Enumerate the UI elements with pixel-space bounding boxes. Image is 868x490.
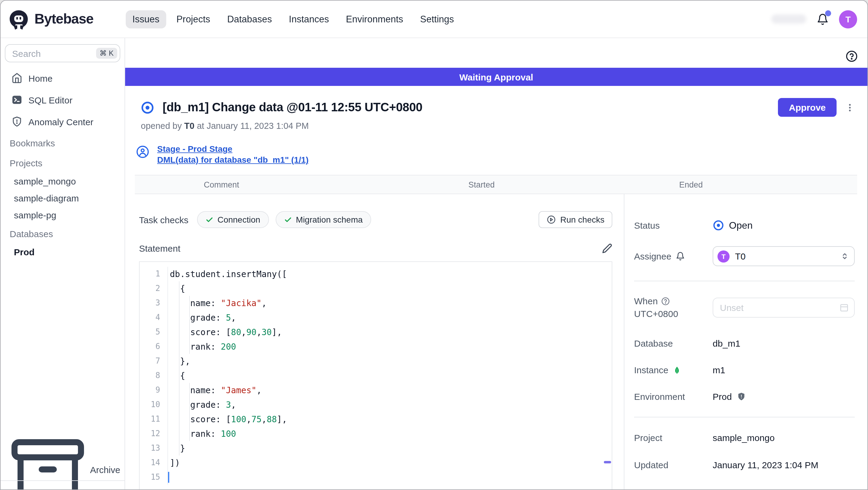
app-window: Bytebase Issues Projects Databases Insta… (0, 0, 868, 490)
code-text[interactable]: db.student.insertMany([ (167, 267, 612, 281)
sidebar-project-sample-mongo[interactable]: sample_mongo (5, 172, 120, 189)
statement-header: Statement (139, 243, 612, 254)
task-link[interactable]: DML(data) for database "db_m1" (1/1) (157, 155, 309, 165)
status-open-icon (713, 220, 724, 231)
database-label: Database (634, 338, 713, 348)
database-value[interactable]: db_m1 (713, 338, 740, 348)
task-detail-pane: Task checks Connection (125, 194, 624, 489)
approve-button[interactable]: Approve (778, 98, 837, 117)
updated-value: January 11, 2023 1:04 PM (713, 460, 818, 470)
opened-suffix: at January 11, 2023 1:04 PM (197, 121, 309, 131)
sidebar-item-sql-editor[interactable]: SQL Editor (5, 89, 120, 111)
user-avatar[interactable]: T (839, 10, 857, 28)
line-number: 12 (140, 427, 167, 441)
code-text[interactable]: { (167, 281, 612, 296)
shield-alert-icon (11, 116, 22, 127)
calendar-icon (840, 303, 849, 312)
code-line: 2 { (140, 281, 612, 296)
home-icon (11, 73, 22, 84)
statement-editor[interactable]: 1db.student.insertMany([2 {3 name: "Jaci… (139, 261, 612, 489)
code-line: 10 grade: 3, (140, 398, 612, 412)
chevron-updown-icon (840, 252, 849, 261)
sidebar-project-sample-pg[interactable]: sample-pg (5, 206, 120, 223)
notification-dot (825, 10, 831, 16)
code-text[interactable]: name: "James", (167, 383, 612, 398)
search-input[interactable]: Search ⌘ K (5, 44, 120, 62)
when-placeholder: Unset (720, 302, 840, 313)
when-help-icon[interactable] (661, 297, 670, 305)
assignee-select[interactable]: T T0 (713, 246, 855, 266)
code-text[interactable]: score: [100,75,88], (167, 412, 612, 427)
code-text[interactable]: rank: 100 (167, 427, 612, 441)
status-label: Status (634, 220, 713, 230)
code-text[interactable]: grade: 3, (167, 398, 612, 412)
main-content: Waiting Approval [db_m1] Change data @01… (125, 38, 867, 489)
sidebar-project-sample-diagram[interactable]: sample-diagram (5, 189, 120, 206)
line-number: 2 (140, 281, 167, 296)
nav-projects[interactable]: Projects (170, 10, 217, 28)
run-checks-label: Run checks (560, 215, 604, 225)
sidebar-item-archive[interactable]: Archive (5, 459, 120, 480)
code-line: 4 grade: 5, (140, 310, 612, 325)
help-icon[interactable] (846, 50, 858, 62)
issue-author: T0 (184, 121, 195, 131)
sidebar-database-prod[interactable]: Prod (5, 243, 120, 260)
code-text[interactable]: name: "Jacika", (167, 296, 612, 310)
editor-scrollbar-mark[interactable] (604, 461, 611, 463)
nav-settings[interactable]: Settings (413, 10, 461, 28)
sidebar-item-label: Home (28, 73, 53, 83)
code-text[interactable]: }, (167, 354, 612, 368)
task-checks-label: Task checks (139, 214, 188, 225)
blurred-region (771, 15, 806, 24)
line-number: 9 (140, 383, 167, 398)
code-text[interactable]: { (167, 368, 612, 383)
project-value[interactable]: sample_mongo (713, 433, 775, 443)
stage-link[interactable]: Stage - Prod Stage (157, 144, 309, 154)
sidebar-bottom-divider (1, 480, 125, 489)
sidebar-item-home[interactable]: Home (5, 67, 120, 89)
check-migration-schema[interactable]: Migration schema (275, 211, 371, 228)
kebab-menu-icon[interactable] (845, 98, 855, 116)
code-text[interactable] (167, 470, 612, 485)
code-text[interactable]: } (167, 441, 612, 456)
assignee-row: Assignee T T0 (634, 246, 855, 266)
code-lines: 1db.student.insertMany([2 {3 name: "Jaci… (140, 267, 612, 485)
code-line: 8 { (140, 368, 612, 383)
nav-databases[interactable]: Databases (221, 10, 279, 28)
panel-divider (634, 417, 855, 417)
sidebar: Search ⌘ K Home (1, 38, 125, 489)
sidebar-item-anomaly-center[interactable]: Anomaly Center (5, 111, 120, 133)
brand-name: Bytebase (34, 11, 93, 27)
code-line: 12 rank: 100 (140, 427, 612, 441)
task-checks-row: Task checks Connection (139, 211, 612, 228)
when-date-input[interactable]: Unset (713, 297, 855, 317)
updated-row: Updated January 11, 2023 1:04 PM (634, 460, 855, 470)
column-ended: Ended (679, 175, 703, 194)
code-text[interactable]: ]) (167, 456, 612, 470)
run-checks-button[interactable]: Run checks (538, 211, 612, 228)
issue-detail-panel: Status Open Assignee (624, 194, 868, 489)
assignee-bell-icon[interactable] (676, 252, 685, 261)
assignee-person-icon (136, 145, 149, 158)
code-line: 7 }, (140, 354, 612, 368)
code-text[interactable]: rank: 200 (167, 339, 612, 354)
assignee-label: Assignee (634, 251, 671, 261)
brand-logo[interactable]: Bytebase (1, 9, 126, 29)
nav-issues[interactable]: Issues (126, 10, 166, 28)
issue-header: [db_m1] Change data @01-11 12:55 UTC+080… (125, 86, 867, 117)
nav-instances[interactable]: Instances (282, 10, 336, 28)
editor-cursor (168, 472, 169, 483)
instance-value[interactable]: m1 (713, 365, 725, 375)
edit-pencil-icon[interactable] (602, 243, 612, 254)
when-timezone: UTC+0800 (634, 307, 678, 320)
check-connection[interactable]: Connection (197, 211, 269, 228)
sidebar-item-label: Anomaly Center (28, 116, 93, 127)
instance-row: Instance m1 (634, 365, 855, 375)
nav-environments[interactable]: Environments (339, 10, 410, 28)
code-text[interactable]: score: [80,90,30], (167, 325, 612, 339)
content-topstrip (125, 38, 867, 68)
notification-bell-icon[interactable] (817, 13, 829, 25)
column-started: Started (468, 175, 495, 194)
code-text[interactable]: grade: 5, (167, 310, 612, 325)
environment-value[interactable]: Prod (713, 392, 732, 402)
